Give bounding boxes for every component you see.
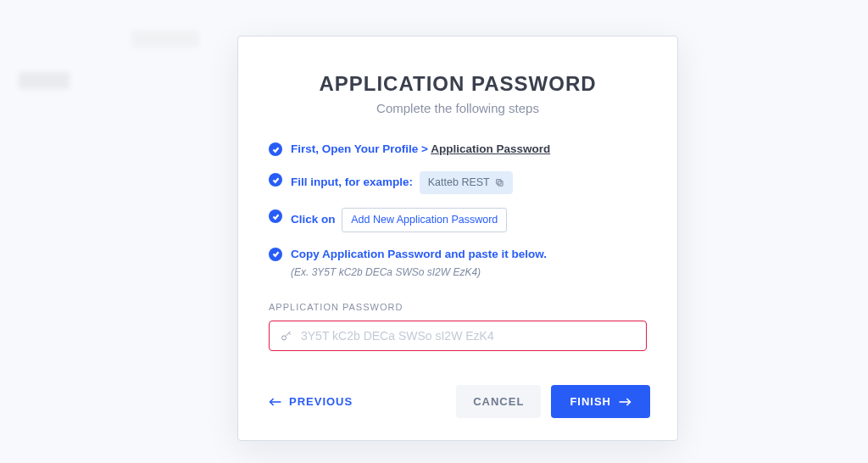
copy-icon	[495, 178, 504, 187]
step-item: First, Open Your Profile > Application P…	[265, 141, 650, 158]
check-icon	[269, 142, 282, 156]
application-password-link[interactable]: Application Password	[431, 142, 550, 155]
step-item: Copy Application Password and paste it b…	[265, 246, 650, 280]
modal-subtitle: Complete the following steps	[265, 101, 650, 115]
modal-title: APPLICATION PASSWORD	[265, 72, 650, 96]
step-item: Click on Add New Application Password	[265, 208, 650, 232]
right-actions: CANCEL FINISH	[456, 385, 650, 418]
password-field-label: APPLICATION PASSWORD	[265, 302, 650, 312]
application-password-input[interactable]	[301, 329, 636, 343]
check-icon	[269, 248, 282, 261]
key-icon	[280, 330, 292, 343]
chip-label: Katteb REST	[428, 175, 490, 191]
add-new-app-password-button[interactable]: Add New Application Password	[342, 208, 507, 232]
step-text: Fill input, for example: Katteb REST	[291, 171, 513, 194]
check-icon	[269, 173, 282, 187]
finish-button[interactable]: FINISH	[551, 385, 650, 418]
example-chip[interactable]: Katteb REST	[420, 171, 513, 194]
password-field-wrapper[interactable]	[269, 321, 647, 351]
svg-rect-1	[496, 180, 501, 185]
previous-label: PREVIOUS	[289, 395, 353, 408]
step-prefix: First, Open Your Profile >	[291, 142, 431, 155]
svg-rect-0	[498, 181, 503, 187]
application-password-modal: APPLICATION PASSWORD Complete the follow…	[237, 36, 678, 441]
check-icon	[269, 209, 282, 223]
step-label: Fill input, for example:	[291, 176, 413, 188]
step-text: Click on Add New Application Password	[291, 208, 507, 232]
step-item: Fill input, for example: Katteb REST	[265, 171, 650, 194]
arrow-right-icon	[618, 397, 632, 407]
step-label: Copy Application Password and paste it b…	[291, 248, 547, 260]
finish-label: FINISH	[570, 395, 611, 408]
step-hint: (Ex. 3Y5T kC2b DECa SWSo sI2W EzK4)	[291, 265, 547, 280]
arrow-left-icon	[269, 397, 282, 407]
step-label: Click on	[291, 213, 336, 226]
step-text: Copy Application Password and paste it b…	[291, 246, 547, 280]
modal-actions: PREVIOUS CANCEL FINISH	[265, 385, 650, 418]
svg-point-2	[282, 335, 287, 339]
step-text: First, Open Your Profile > Application P…	[291, 141, 550, 158]
previous-button[interactable]: PREVIOUS	[265, 388, 356, 415]
cancel-button[interactable]: CANCEL	[456, 385, 541, 418]
